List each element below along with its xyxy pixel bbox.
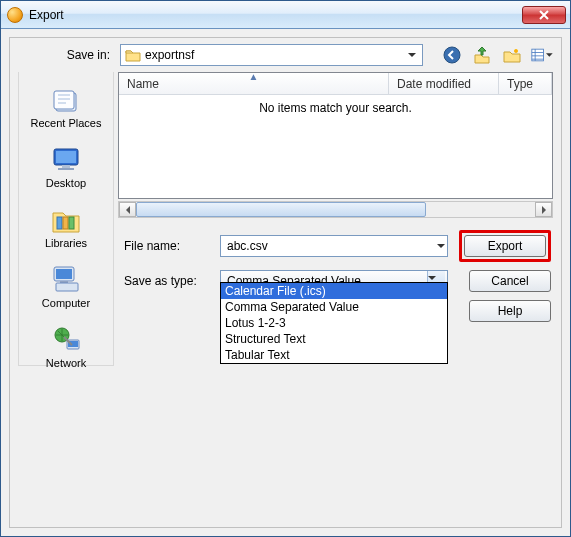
filename-drop-icon[interactable] — [437, 239, 445, 253]
back-button[interactable] — [441, 44, 463, 66]
savetype-option[interactable]: Structured Text — [221, 331, 447, 347]
place-libraries[interactable]: Libraries — [21, 198, 111, 256]
filename-label: File name: — [118, 239, 220, 253]
cancel-button[interactable]: Cancel — [469, 270, 551, 292]
libraries-icon — [50, 203, 82, 235]
dialog-body: Save in: exportnsf — [9, 37, 562, 528]
svg-rect-15 — [69, 217, 74, 229]
title-bar: Export — [1, 1, 570, 29]
view-menu-button[interactable] — [531, 44, 553, 66]
savetype-option[interactable]: Calendar File (.ics) — [221, 283, 447, 299]
close-icon — [539, 10, 549, 20]
place-network[interactable]: Network — [21, 318, 111, 376]
place-label: Recent Places — [31, 117, 102, 129]
svg-point-0 — [444, 47, 460, 63]
nav-toolbar — [441, 44, 553, 66]
filename-input[interactable]: abc.csv — [220, 235, 448, 257]
list-body: No items match your search. — [119, 95, 552, 198]
savetype-option[interactable]: Lotus 1-2-3 — [221, 315, 447, 331]
scroll-left-button[interactable] — [119, 202, 136, 217]
place-label: Network — [46, 357, 86, 369]
up-one-level-button[interactable] — [471, 44, 493, 66]
svg-rect-13 — [57, 217, 62, 229]
place-label: Desktop — [46, 177, 86, 189]
place-recent[interactable]: Recent Places — [21, 78, 111, 136]
network-icon — [50, 323, 82, 355]
column-name[interactable]: Name ▲ — [119, 73, 389, 94]
column-date[interactable]: Date modified — [389, 73, 499, 94]
place-label: Computer — [42, 297, 90, 309]
svg-rect-17 — [56, 269, 72, 279]
sort-ascending-icon: ▲ — [249, 72, 259, 82]
folder-icon — [125, 47, 141, 63]
window-title: Export — [29, 8, 522, 22]
export-button[interactable]: Export — [464, 235, 546, 257]
export-button-label: Export — [488, 239, 523, 253]
save-in-row: Save in: exportnsf — [18, 44, 553, 66]
savetype-label: Save as type: — [118, 274, 220, 288]
scroll-thumb[interactable] — [136, 202, 426, 217]
list-header: Name ▲ Date modified Type — [119, 73, 552, 95]
file-list[interactable]: Name ▲ Date modified Type No items match… — [118, 72, 553, 199]
filename-value: abc.csv — [227, 239, 437, 253]
column-name-label: Name — [127, 77, 159, 91]
svg-rect-11 — [62, 165, 70, 168]
savetype-option[interactable]: Comma Separated Value — [221, 299, 447, 315]
svg-rect-19 — [56, 283, 78, 291]
main-area: Recent Places Desktop — [18, 72, 553, 366]
svg-rect-10 — [56, 151, 76, 163]
empty-message: No items match your search. — [259, 101, 412, 198]
new-folder-button[interactable] — [501, 44, 523, 66]
save-in-value: exportnsf — [145, 48, 404, 62]
app-icon — [7, 7, 23, 23]
svg-rect-8 — [54, 91, 74, 109]
help-button[interactable]: Help — [469, 300, 551, 322]
cancel-button-label: Cancel — [491, 274, 528, 288]
close-button[interactable] — [522, 6, 566, 24]
save-in-label: Save in: — [18, 48, 114, 62]
column-type-label: Type — [507, 77, 533, 91]
help-button-label: Help — [498, 304, 523, 318]
export-highlight: Export — [459, 230, 551, 262]
svg-rect-12 — [58, 168, 74, 170]
column-date-label: Date modified — [397, 77, 471, 91]
computer-icon — [50, 263, 82, 295]
save-in-combo[interactable]: exportnsf — [120, 44, 423, 66]
scroll-right-button[interactable] — [535, 202, 552, 217]
export-dialog: Export Save in: exportnsf — [0, 0, 571, 537]
desktop-icon — [50, 143, 82, 175]
column-type[interactable]: Type — [499, 73, 552, 94]
place-computer[interactable]: Computer — [21, 258, 111, 316]
savetype-dropdown-list[interactable]: Calendar File (.ics) Comma Separated Val… — [220, 282, 448, 364]
filename-row: File name: abc.csv — [118, 230, 553, 262]
places-bar: Recent Places Desktop — [18, 72, 114, 366]
place-label: Libraries — [45, 237, 87, 249]
horizontal-scrollbar[interactable] — [118, 201, 553, 218]
save-in-drop-icon[interactable] — [404, 47, 420, 63]
file-list-panel: Name ▲ Date modified Type No items match… — [118, 72, 553, 322]
svg-rect-14 — [63, 217, 68, 229]
savetype-option[interactable]: Tabular Text — [221, 347, 447, 363]
bottom-controls: File name: abc.csv — [118, 230, 553, 322]
recent-places-icon — [50, 83, 82, 115]
place-desktop[interactable]: Desktop — [21, 138, 111, 196]
